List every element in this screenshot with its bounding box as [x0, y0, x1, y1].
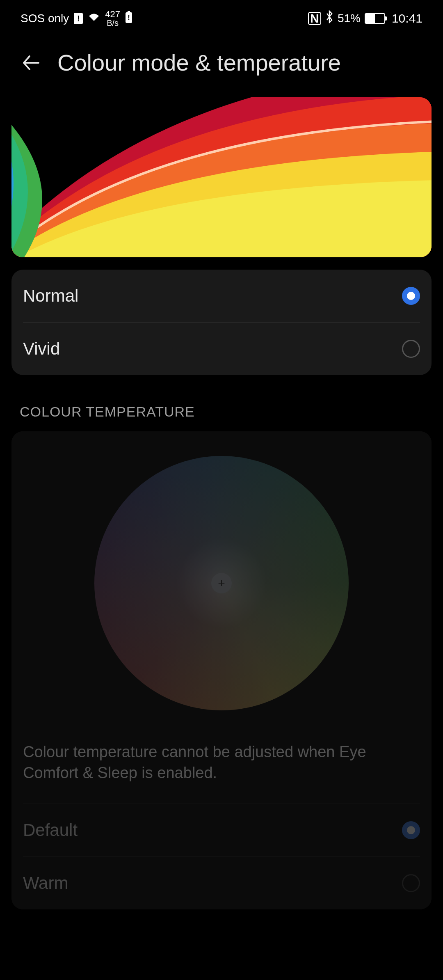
speed-unit: B/s	[107, 19, 119, 27]
network-speed: 427 B/s	[105, 10, 120, 27]
colour-temperature-info-text: Colour temperature cannot be adjusted wh…	[11, 727, 432, 804]
app-header: Colour mode & temperature	[0, 37, 443, 92]
status-left: SOS only ! 427 B/s !	[21, 10, 132, 27]
colour-wheel-area: +	[11, 431, 432, 727]
mode-option-normal[interactable]: Normal	[11, 270, 432, 322]
mode-option-vivid[interactable]: Vivid	[11, 323, 432, 375]
plus-icon: +	[218, 576, 225, 590]
option-label: Vivid	[23, 339, 60, 359]
sim-alert-icon: !	[74, 13, 83, 24]
section-header-colour-temperature: COLOUR TEMPERATURE	[20, 404, 423, 420]
network-status-text: SOS only	[21, 12, 69, 25]
radio-unselected-icon	[402, 340, 420, 358]
clock-text: 10:41	[392, 11, 422, 25]
wifi-icon	[88, 12, 100, 25]
colour-preview-image	[11, 97, 432, 257]
nfc-icon: N	[308, 12, 321, 25]
colour-wheel[interactable]: +	[94, 456, 349, 710]
svg-text:!: !	[128, 14, 130, 22]
speed-value: 427	[105, 10, 120, 19]
radio-unselected-icon	[402, 874, 420, 892]
temp-option-default[interactable]: Default	[11, 804, 432, 856]
option-label: Default	[23, 820, 78, 840]
option-label: Warm	[23, 873, 68, 893]
radio-selected-icon	[402, 287, 420, 305]
svg-rect-0	[128, 11, 130, 12]
colour-wheel-handle[interactable]: +	[211, 573, 232, 593]
colour-temperature-card: + Colour temperature cannot be adjusted …	[11, 431, 432, 909]
colour-mode-card: Normal Vivid	[11, 270, 432, 375]
page-title: Colour mode & temperature	[57, 49, 341, 76]
option-label: Normal	[23, 286, 78, 306]
bluetooth-icon	[325, 10, 333, 27]
arrow-left-icon	[21, 52, 42, 73]
battery-percent-text: 51%	[338, 12, 361, 25]
status-bar: SOS only ! 427 B/s ! N 51% 10:41	[0, 0, 443, 37]
battery-icon	[365, 13, 385, 24]
temp-option-warm[interactable]: Warm	[11, 857, 432, 909]
radio-selected-icon	[402, 821, 420, 839]
back-button[interactable]	[20, 51, 43, 74]
status-right: N 51% 10:41	[308, 10, 422, 27]
battery-low-icon: !	[125, 11, 132, 26]
